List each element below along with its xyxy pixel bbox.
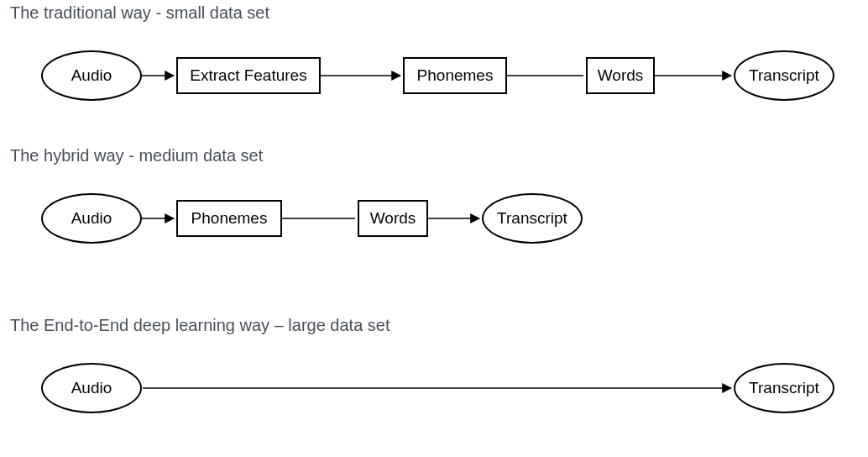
node-r1-extract-features: Extract Features <box>176 57 321 94</box>
node-r1-words: Words <box>586 57 655 94</box>
label: Words <box>598 66 644 85</box>
label: Transcript <box>749 379 819 397</box>
label: Words <box>370 209 416 228</box>
label: Audio <box>71 209 112 228</box>
label: Transcript <box>497 209 567 228</box>
label: Audio <box>71 66 112 85</box>
node-r2-audio: Audio <box>41 193 142 244</box>
diagram-canvas: The traditional way - small data set The… <box>0 0 868 457</box>
label: Audio <box>71 379 112 397</box>
node-r2-words: Words <box>358 200 428 237</box>
heading-traditional: The traditional way - small data set <box>10 3 269 23</box>
node-r1-audio: Audio <box>41 50 142 101</box>
heading-end-to-end: The End-to-End deep learning way – large… <box>10 316 390 335</box>
node-r3-transcript: Transcript <box>734 363 834 413</box>
node-r1-phonemes: Phonemes <box>403 57 507 94</box>
label: Phonemes <box>417 66 494 85</box>
heading-hybrid: The hybrid way - medium data set <box>10 146 263 165</box>
label: Extract Features <box>190 66 306 85</box>
label: Phonemes <box>191 209 268 228</box>
node-r2-transcript: Transcript <box>482 193 583 244</box>
node-r1-transcript: Transcript <box>734 50 834 101</box>
node-r2-phonemes: Phonemes <box>176 200 282 237</box>
label: Transcript <box>749 66 819 85</box>
node-r3-audio: Audio <box>41 363 142 413</box>
